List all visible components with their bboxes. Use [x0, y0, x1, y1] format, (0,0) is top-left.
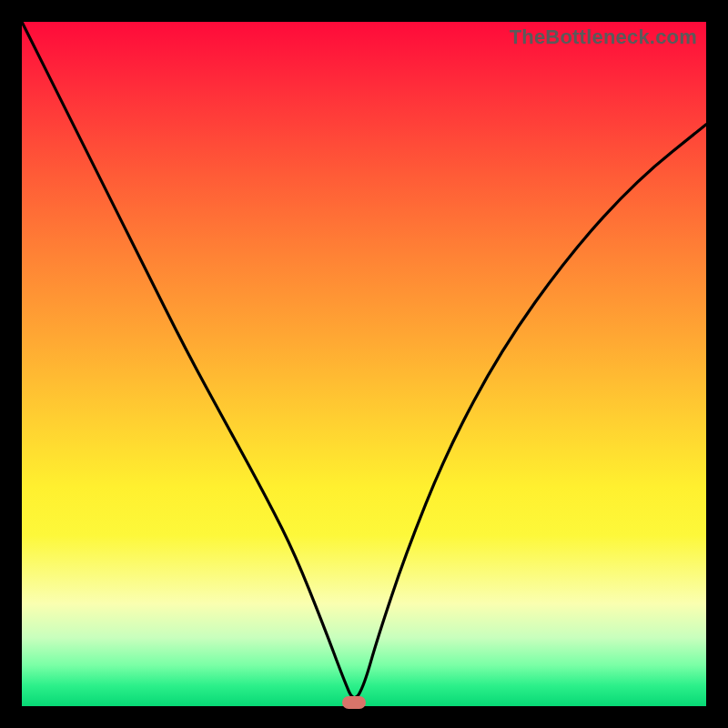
chart-frame: TheBottleneck.com — [0, 0, 728, 728]
curve-path — [22, 22, 706, 698]
bottleneck-marker — [342, 696, 366, 709]
bottleneck-curve — [22, 22, 706, 706]
plot-area: TheBottleneck.com — [22, 22, 706, 706]
